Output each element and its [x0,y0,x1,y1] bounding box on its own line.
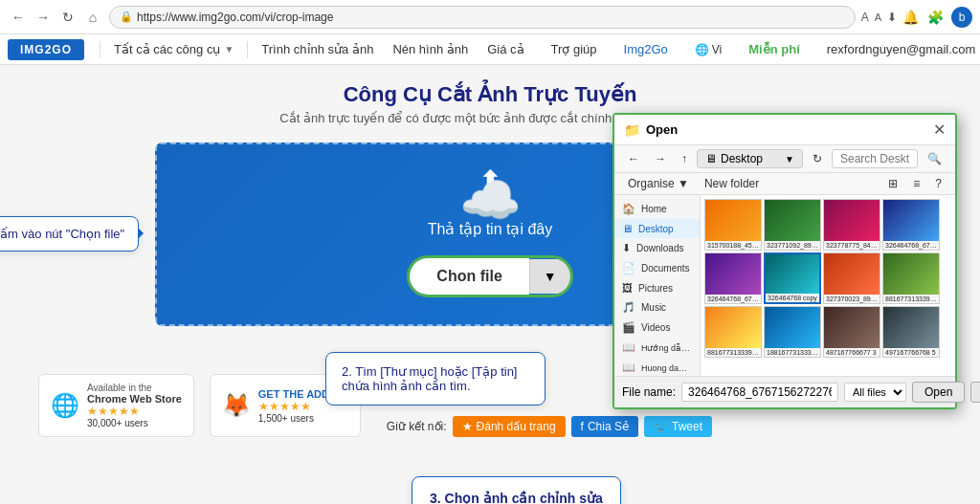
thumb-6-img [766,254,819,294]
menu-compress[interactable]: Nén hình ảnh [383,34,478,65]
menu-free[interactable]: Miễn phí [739,34,810,65]
sidebar-documents[interactable]: 📄 Documents [614,258,700,278]
thumb-1[interactable]: 315700188_4577... [704,199,762,251]
dialog-search-input[interactable] [832,149,918,168]
menu-price[interactable]: Giá cả [478,34,533,65]
sidebar-videos[interactable]: 🎬 Videos [614,318,700,338]
documents-icon: 📄 [622,262,635,274]
choose-btn-container: Chon file ▼ [407,255,572,297]
menu-edit[interactable]: Trình chỉnh sửa ảnh [252,34,383,65]
address-bar[interactable]: 🔒 https://www.img2go.com/vi/crop-image [109,6,856,29]
thumb-3[interactable]: 323778775_8419... [823,199,880,251]
refresh-button[interactable]: ↻ [57,7,78,28]
music-icon: 🎵 [622,301,635,314]
dialog-view-btn2[interactable]: ≡ [907,175,925,192]
thumb-2[interactable]: 323771092_8918... [764,199,821,251]
thumb-row-3: 88167731333970 188167731333970 487167766… [704,306,951,358]
profile-icon[interactable]: b [951,7,972,28]
dialog-refresh-btn[interactable]: ↻ [807,150,828,167]
dialog-back-btn[interactable]: ← [622,150,645,167]
back-button[interactable]: ← [8,7,29,28]
thumb-4[interactable]: 326464768_6787... [882,199,940,251]
thumb-11[interactable]: 487167766677 3 [823,306,880,358]
logo[interactable]: IMG2GO [8,39,84,60]
menu-img2go[interactable]: Img2Go [614,34,678,65]
sidebar-pictures[interactable]: 🖼 Pictures [614,278,700,297]
dialog-view-btn1[interactable]: ⊞ [882,175,903,192]
extensions-icon[interactable]: 🧩 [924,7,946,28]
thumb-4-img [883,200,939,241]
dialog-cancel-button[interactable]: Cancel [970,382,980,403]
menu-tools[interactable]: Tất cả các công cụ ▼ [104,34,243,65]
sidebar-downloads[interactable]: ⬇ Downloads [614,238,700,258]
dialog-up-btn[interactable]: ↑ [676,150,693,167]
download-icon[interactable]: ⬇ [887,11,897,24]
content-area: Công Cụ Cắt Ảnh Trực Tuyến Cắt ảnh trực … [0,65,980,504]
choose-file-button[interactable]: Chon file [410,258,528,295]
thumb-6[interactable]: 326464768 copy [764,252,821,304]
pictures-label: Pictures [638,283,673,294]
thumb-row-2: 326464768_6787... 326464768 copy 3273700… [704,252,951,304]
dialog-location[interactable]: 🖥 Desktop ▼ [697,149,803,168]
bookmark-button[interactable]: ★ Đánh dấu trang [453,416,566,437]
browser-top-bar: ← → ↻ ⌂ 🔒 https://www.img2go.com/vi/crop… [0,0,980,34]
guide2-icon: 📖 [622,362,635,374]
filetype-select[interactable]: All files [844,383,906,402]
choose-file-arrow[interactable]: ▼ [529,259,570,294]
sidebar-music[interactable]: 🎵 Music [614,297,700,318]
banner-chrome: 🌐 Available in the Chrome Web Store ★★★★… [38,374,194,437]
dialog-organize-btn[interactable]: Organise ▼ [622,175,695,192]
sidebar-desktop[interactable]: 🖥 Desktop [614,219,700,238]
thumb-2-img [765,200,820,241]
dialog-file-grid: 315700188_4577... 323771092_8918... 3237… [701,195,955,376]
thumb-9[interactable]: 88167731333970 [704,306,762,358]
filename-input[interactable] [681,383,838,402]
sidebar-home[interactable]: 🏠 Home [614,199,700,219]
thumb-1-label: 315700188_4577... [705,241,761,250]
dialog-help-btn[interactable]: ? [929,175,947,192]
thumb-3-label: 323778775_8419... [824,241,880,250]
menu-email[interactable]: rexfordnguyen@gmail.com [817,34,980,65]
dialog-search-btn[interactable]: 🔍 [922,150,947,167]
thumb-2-label: 323771092_8918... [765,241,820,250]
videos-label: Videos [641,322,670,333]
thumb-8[interactable]: 881677313339 70 (1) [882,252,940,304]
thumb-row-1: 315700188_4577... 323771092_8918... 3237… [704,199,951,251]
dialog-open-button[interactable]: Open [912,382,965,403]
dialog-close-button[interactable]: ✕ [933,121,946,139]
dialog-new-folder-btn[interactable]: New folder [699,175,765,192]
desktop-nav-icon: 🖥 [622,223,633,234]
file-dialog: 📁 Open ✕ ← → ↑ 🖥 Desktop ▼ ↻ 🔍 Org [612,113,957,409]
chrome-icon: 🌐 [51,392,79,419]
menu-help[interactable]: Trợ giúp [542,34,607,65]
dialog-body: 🏠 Home 🖥 Desktop ⬇ Downloads 📄 Documents [614,195,955,376]
thumb-1-img [705,200,761,241]
notifications-icon[interactable]: 🔔 [902,10,919,25]
thumb-12[interactable]: 497167766768 5 [882,306,940,358]
menu-right: Giá cả Trợ giúp Img2Go 🌐 Vi Miễn phí rex… [478,34,980,65]
page-title: Công Cụ Cắt Ảnh Trực Tuyến [0,82,980,107]
home-button[interactable]: ⌂ [82,7,103,28]
tweet-button[interactable]: 🐦 Tweet [644,416,712,437]
thumb-10[interactable]: 188167731333970 [764,306,821,358]
nav-controls: ← → ↻ ⌂ [8,7,103,28]
thumb-5-label: 326464768_6787... [705,295,761,303]
thumb-7[interactable]: 327370023_8955... [823,252,880,304]
downloads-icon: ⬇ [622,242,631,254]
addon-users: 1,500+ users [258,413,348,424]
lang-selector[interactable]: 🌐 Vi [685,34,731,65]
sidebar-guide2[interactable]: 📖 Huong dan tikto... [614,358,700,376]
home-label: Home [641,204,667,214]
guide1-icon: 📖 [622,341,635,354]
share-button[interactable]: f Chia Sẻ [571,416,638,437]
browser-right-icons: A A ⬇ 🔔 🧩 b [861,7,972,28]
dialog-toolbar: ← → ↑ 🖥 Desktop ▼ ↻ 🔍 [614,145,955,173]
dialog-folder-icon: 📁 [624,122,640,138]
tweet-label: Tweet [672,420,702,433]
sidebar-guide1[interactable]: 📖 Hướng dẫn Quy... [614,338,700,358]
dialog-forward-btn[interactable]: → [649,150,672,167]
thumb-5[interactable]: 326464768_6787... [704,252,762,304]
forward-button[interactable]: → [33,7,54,28]
thumb-9-img [705,307,761,348]
videos-icon: 🎬 [622,321,635,334]
